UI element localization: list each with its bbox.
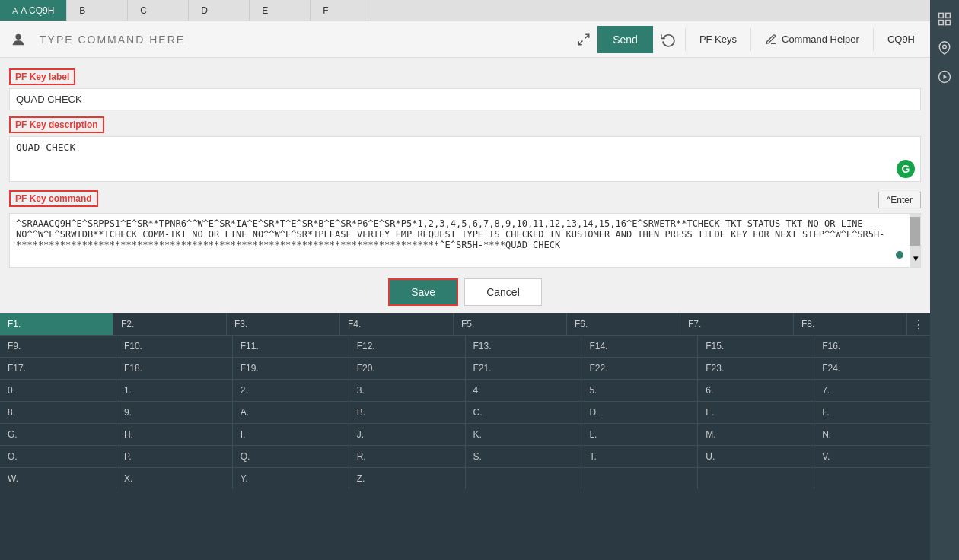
pf-cell-L[interactable]: L. bbox=[581, 424, 698, 445]
vertical-scrollbar[interactable]: ▾ bbox=[910, 214, 920, 267]
pf-cell-F3[interactable]: F3. bbox=[227, 313, 340, 335]
pf-cell-F8[interactable]: F8. bbox=[794, 313, 907, 335]
pf-cell-F12[interactable]: F12. bbox=[349, 336, 466, 357]
svg-rect-5 bbox=[939, 21, 944, 25]
pf-cell-B[interactable]: B. bbox=[349, 402, 466, 423]
pf-cell-W[interactable]: W. bbox=[0, 468, 116, 489]
pf-cell-U[interactable]: U. bbox=[698, 446, 814, 467]
grid-sidebar-icon[interactable] bbox=[932, 6, 957, 32]
pf-cell-Z[interactable]: Z. bbox=[349, 468, 466, 489]
pf-keys-button[interactable]: PF Keys bbox=[687, 26, 749, 53]
pf-cell-F9[interactable]: F9. bbox=[0, 336, 116, 357]
pf-cell-1[interactable]: 1. bbox=[116, 380, 233, 401]
pf-cell-O[interactable]: O. bbox=[0, 446, 116, 467]
pf-cell-F4[interactable]: F4. bbox=[340, 313, 454, 335]
command-helper-button[interactable]: Command Helper bbox=[753, 26, 871, 53]
pf-cell-Q[interactable]: Q. bbox=[233, 446, 349, 467]
pf-cell-F15[interactable]: F15. bbox=[698, 336, 814, 357]
enter-button[interactable]: ^Enter bbox=[878, 192, 921, 208]
pf-cell-F11[interactable]: F11. bbox=[233, 336, 349, 357]
pf-cell-F23[interactable]: F23. bbox=[698, 358, 814, 379]
pf-cell-F10[interactable]: F10. bbox=[116, 336, 233, 357]
tab-C[interactable]: C bbox=[128, 0, 189, 21]
dot-indicator bbox=[896, 250, 903, 261]
pf-cell-G[interactable]: G. bbox=[0, 424, 116, 445]
pf-cell-A[interactable]: A. bbox=[233, 402, 349, 423]
pf-row-8: W. X. Y. Z. bbox=[0, 468, 930, 489]
send-button[interactable]: Send bbox=[597, 26, 653, 53]
cq9h-button[interactable]: CQ9H bbox=[875, 26, 927, 53]
pf-cell-M[interactable]: M. bbox=[698, 424, 814, 445]
more-options-icon[interactable]: ⋮ bbox=[907, 317, 930, 332]
pf-cell-Y[interactable]: Y. bbox=[233, 468, 349, 489]
tab-B[interactable]: B bbox=[67, 0, 128, 21]
pf-cell-F[interactable]: F. bbox=[814, 402, 930, 423]
history-button[interactable] bbox=[653, 26, 683, 53]
save-button[interactable]: Save bbox=[388, 278, 458, 306]
pf-key-label-input[interactable] bbox=[9, 88, 921, 110]
pf-cell-D[interactable]: D. bbox=[581, 402, 698, 423]
pf-cell-F21[interactable]: F21. bbox=[466, 358, 582, 379]
pf-cell-F5[interactable]: F5. bbox=[454, 313, 567, 335]
pf-cell-7[interactable]: 7. bbox=[814, 380, 930, 401]
pf-row-2: F9. F10. F11. F12. F13. F14. F15. F16. bbox=[0, 336, 930, 358]
tab-E[interactable]: E bbox=[250, 0, 311, 21]
pf-cell-F18[interactable]: F18. bbox=[116, 358, 233, 379]
pf-row-3: F17. F18. F19. F20. F21. F22. F23. F24. bbox=[0, 358, 930, 380]
pf-cell-I[interactable]: I. bbox=[233, 424, 349, 445]
pf-cell-F14[interactable]: F14. bbox=[581, 336, 698, 357]
pin-sidebar-icon[interactable] bbox=[932, 35, 957, 61]
pf-cell-T[interactable]: T. bbox=[581, 446, 698, 467]
pf-cell-6[interactable]: 6. bbox=[698, 380, 814, 401]
pf-cell-empty1 bbox=[466, 468, 582, 489]
pf-cell-P[interactable]: P. bbox=[116, 446, 233, 467]
scroll-thumb bbox=[910, 217, 920, 246]
svg-point-0 bbox=[15, 33, 21, 39]
play-sidebar-icon[interactable] bbox=[932, 64, 957, 90]
pf-cell-F20[interactable]: F20. bbox=[349, 358, 466, 379]
tab-A-label: A CQ9H bbox=[21, 5, 54, 16]
pf-cell-F6[interactable]: F6. bbox=[567, 313, 680, 335]
tab-D[interactable]: D bbox=[189, 0, 250, 21]
pf-cell-5[interactable]: 5. bbox=[581, 380, 698, 401]
right-sidebar bbox=[930, 0, 959, 560]
pf-cell-0[interactable]: 0. bbox=[0, 380, 116, 401]
pf-cell-N[interactable]: N. bbox=[814, 424, 930, 445]
svg-line-2 bbox=[578, 40, 582, 44]
pf-cell-R[interactable]: R. bbox=[349, 446, 466, 467]
toolbar: Send PF Keys Command Helper CQ9H bbox=[0, 21, 930, 58]
pf-cell-F24[interactable]: F24. bbox=[814, 358, 930, 379]
pf-key-description-input[interactable] bbox=[9, 136, 921, 182]
pf-cell-F19[interactable]: F19. bbox=[233, 358, 349, 379]
pf-cell-9[interactable]: 9. bbox=[116, 402, 233, 423]
tab-A[interactable]: A A CQ9H bbox=[0, 0, 67, 21]
pf-cell-F13[interactable]: F13. bbox=[466, 336, 582, 357]
pf-key-command-input[interactable] bbox=[10, 214, 910, 267]
pf-cell-X[interactable]: X. bbox=[116, 468, 233, 489]
cancel-button[interactable]: Cancel bbox=[464, 278, 542, 306]
pf-row-6: G. H. I. J. K. L. M. N. bbox=[0, 424, 930, 446]
pf-cell-F7[interactable]: F7. bbox=[680, 313, 794, 335]
user-icon[interactable] bbox=[3, 24, 33, 55]
svg-rect-4 bbox=[946, 14, 951, 18]
pf-cell-F22[interactable]: F22. bbox=[581, 358, 698, 379]
pf-cell-K[interactable]: K. bbox=[466, 424, 582, 445]
pf-cell-F16[interactable]: F16. bbox=[814, 336, 930, 357]
pf-cell-V[interactable]: V. bbox=[814, 446, 930, 467]
pf-cell-3[interactable]: 3. bbox=[349, 380, 466, 401]
pf-cell-4[interactable]: 4. bbox=[466, 380, 582, 401]
pf-cell-S[interactable]: S. bbox=[466, 446, 582, 467]
pf-keys-grid: F1. F2. F3. F4. F5. F6. F7. F8. ⋮ F9. F1… bbox=[0, 313, 930, 560]
pf-cell-F1[interactable]: F1. bbox=[0, 313, 113, 335]
pf-cell-F17[interactable]: F17. bbox=[0, 358, 116, 379]
command-input[interactable] bbox=[33, 26, 570, 53]
expand-button[interactable] bbox=[570, 26, 597, 53]
pf-cell-C[interactable]: C. bbox=[466, 402, 582, 423]
pf-cell-8[interactable]: 8. bbox=[0, 402, 116, 423]
tab-F[interactable]: F bbox=[311, 0, 371, 21]
pf-cell-2[interactable]: 2. bbox=[233, 380, 349, 401]
pf-cell-J[interactable]: J. bbox=[349, 424, 466, 445]
pf-cell-F2[interactable]: F2. bbox=[113, 313, 227, 335]
pf-cell-H[interactable]: H. bbox=[116, 424, 233, 445]
pf-cell-E[interactable]: E. bbox=[698, 402, 814, 423]
